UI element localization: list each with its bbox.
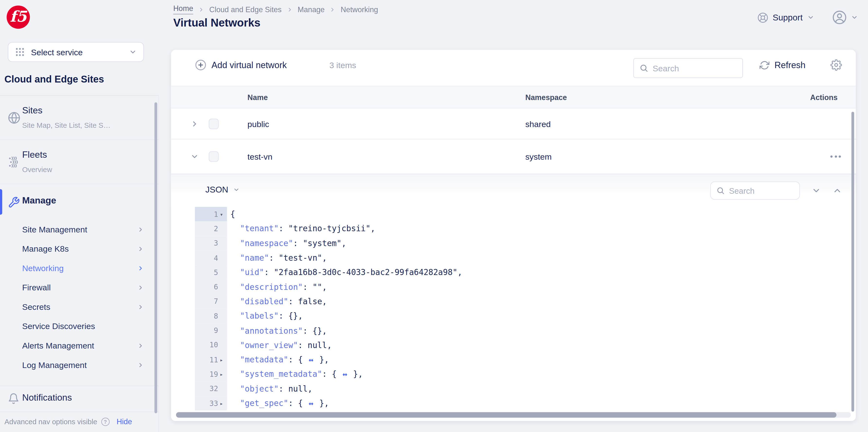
collapse-row-icon[interactable] (190, 152, 199, 161)
json-code-line: 32 "object": null, (195, 381, 856, 396)
line-number: 19▸ (195, 367, 227, 381)
json-code-line: 10 "owner_view": null, (195, 338, 856, 353)
table-search-input[interactable]: Search (633, 58, 743, 78)
search-placeholder: Search (653, 63, 679, 73)
breadcrumb-networking[interactable]: Networking (341, 5, 378, 13)
add-virtual-network-button[interactable]: Add virtual network (195, 50, 287, 80)
page-title: Virtual Networks (173, 16, 260, 29)
horizontal-scrollbar-thumb[interactable] (176, 412, 837, 418)
breadcrumb-home[interactable]: Home (173, 4, 193, 14)
avatar-icon (832, 10, 847, 25)
plus-circle-icon (195, 59, 207, 71)
code-fold-toggle-icon[interactable]: ▸ (220, 357, 227, 363)
refresh-button[interactable]: Refresh (760, 50, 806, 80)
user-menu[interactable] (832, 10, 858, 25)
lifebuoy-icon (757, 12, 768, 23)
json-code-line: 8 "labels": {}, (195, 309, 856, 324)
sidebar-item-networking[interactable]: Networking (0, 258, 158, 278)
json-code-line: 33▸ "get_spec": { ↔ }, (195, 396, 856, 410)
chevron-right-icon (137, 361, 144, 368)
sidebar-section-title: Cloud and Edge Sites (4, 73, 104, 85)
line-number: 4 (195, 251, 227, 265)
column-header-actions: Actions (810, 87, 838, 109)
row-actions-menu[interactable] (831, 156, 841, 158)
sidebar-item-notifications[interactable]: Notifications (0, 386, 158, 412)
sidebar-item-service-discoveries[interactable]: Service Discoveries (0, 317, 158, 336)
fold-expand-icon[interactable]: ↔ (308, 399, 314, 408)
horizontal-scrollbar[interactable] (176, 412, 851, 418)
help-icon[interactable]: ? (101, 418, 110, 426)
json-code-line: 3 "namespace": "system", (195, 236, 856, 251)
chevron-down-icon (851, 14, 858, 21)
format-selector[interactable]: JSON (205, 185, 240, 195)
sidebar-item-secrets[interactable]: Secrets (0, 297, 158, 317)
sidebar-item-log-management[interactable]: Log Management (0, 355, 158, 374)
search-placeholder: Search (729, 186, 754, 195)
bell-icon (8, 393, 20, 404)
line-number: 33▸ (195, 396, 227, 410)
json-code-line: 1▾ { (195, 207, 856, 222)
json-code-line: 11▸ "metadata": { ↔ }, (195, 353, 856, 367)
line-number: 8 (195, 309, 227, 324)
support-menu[interactable]: Support (757, 12, 814, 23)
line-number: 6 (195, 280, 227, 294)
chevron-right-icon (137, 226, 144, 233)
sidebar-item-site-management[interactable]: Site Management (0, 220, 158, 239)
add-virtual-network-label: Add virtual network (211, 60, 287, 70)
chevron-right-icon (137, 342, 144, 349)
json-code-line: 4 "name": "test-vn", (195, 251, 856, 265)
refresh-icon (760, 60, 770, 70)
sidebar-scrollbar[interactable] (154, 102, 157, 413)
chevron-up-icon[interactable] (833, 186, 842, 195)
sidebar-item-manage[interactable]: Manage (0, 185, 158, 220)
breadcrumb-manage[interactable]: Manage (298, 5, 324, 13)
sidebar-item-label: Sites (22, 105, 42, 115)
column-header-name: Name (247, 87, 268, 109)
expand-row-icon[interactable] (190, 120, 199, 128)
code-fold-toggle-icon[interactable]: ▸ (220, 371, 227, 377)
row-checkbox[interactable] (209, 152, 219, 162)
gear-icon[interactable] (831, 59, 842, 71)
sidebar-item-firewall[interactable]: Firewall (0, 278, 158, 297)
app-window: f5 Select service Cloud and Edge Sites (0, 0, 868, 432)
json-code-line: 2 "tenant": "treino-tyjcbsii", (195, 222, 856, 236)
vertical-scrollbar-thumb[interactable] (851, 112, 854, 411)
breadcrumb-cloud-edge-sites[interactable]: Cloud and Edge Sites (209, 5, 282, 13)
sidebar-footer: Advanced nav options visible ? Hide (4, 411, 158, 432)
json-search-input[interactable]: Search (710, 181, 800, 200)
sidebar-item-manage-k8s[interactable]: Manage K8s (0, 239, 158, 259)
line-number: 5 (195, 265, 227, 280)
sidebar-item-alerts-management[interactable]: Alerts Management (0, 336, 158, 355)
f5-logo-text: f5 (10, 7, 27, 25)
items-count: 3 items (329, 50, 356, 80)
code-fold-toggle-icon[interactable]: ▾ (220, 211, 227, 217)
fold-expand-icon[interactable]: ↔ (308, 355, 314, 364)
hide-link[interactable]: Hide (117, 418, 132, 426)
chevron-down-icon (129, 48, 137, 56)
json-code-line: 9 "annotations": {}, (195, 323, 856, 338)
sidebar-item-sites[interactable]: Sites Site Map, Site List, Site S… (0, 96, 158, 140)
chevron-right-icon (137, 284, 144, 291)
sidebar-item-label: Notifications (22, 392, 72, 403)
fleets-icon (8, 156, 21, 168)
sidebar-item-fleets[interactable]: Fleets Overview (0, 140, 158, 184)
search-icon (716, 187, 724, 195)
cell-namespace: shared (525, 119, 551, 129)
page-header: Home Cloud and Edge Sites Manage Network… (159, 0, 868, 34)
fold-expand-icon[interactable]: ↔ (341, 370, 348, 378)
sidebar-item-subtitle: Overview (22, 166, 52, 174)
row-checkbox[interactable] (209, 118, 219, 129)
sidebar-item-subtitle: Site Map, Site List, Site S… (22, 121, 111, 130)
chevron-down-icon[interactable] (811, 186, 821, 195)
breadcrumb: Home Cloud and Edge Sites Manage Network… (173, 4, 378, 14)
f5-logo[interactable]: f5 (7, 6, 30, 29)
json-code-line: 19▸ "system_metadata": { ↔ }, (195, 367, 856, 381)
json-detail-panel: JSON Search (171, 174, 856, 412)
refresh-label: Refresh (774, 60, 805, 70)
format-label: JSON (205, 185, 228, 195)
json-code-line: 7 "disabled": false, (195, 294, 856, 309)
select-service-dropdown[interactable]: Select service (8, 42, 144, 62)
sidebar-item-label: Manage (22, 195, 56, 206)
cell-namespace: system (525, 152, 552, 161)
code-fold-toggle-icon[interactable]: ▸ (220, 400, 227, 406)
